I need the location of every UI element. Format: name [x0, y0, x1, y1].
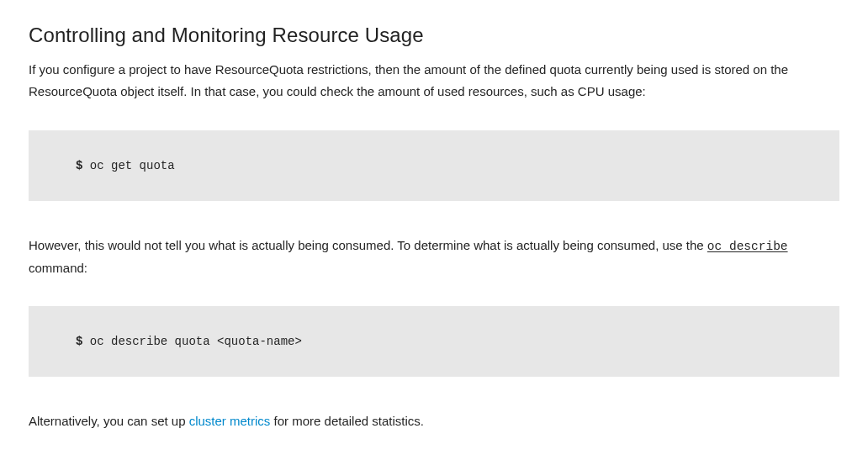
- text-post: command:: [29, 261, 87, 275]
- shell-command: oc describe quota <quota-name>: [82, 335, 301, 348]
- section-heading: Controlling and Monitoring Resource Usag…: [29, 24, 839, 47]
- text-post: for more detailed statistics.: [270, 414, 424, 428]
- link-cluster-metrics[interactable]: cluster metrics: [189, 414, 271, 428]
- doc-section: Controlling and Monitoring Resource Usag…: [0, 0, 868, 457]
- paragraph-3: Alternatively, you can set up cluster me…: [29, 410, 839, 432]
- text-pre: Alternatively, you can set up: [29, 414, 189, 428]
- intro-paragraph: If you configure a project to have Resou…: [29, 59, 839, 103]
- paragraph-2: However, this would not tell you what is…: [29, 235, 839, 280]
- inline-code-oc-describe: oc describe: [707, 240, 788, 253]
- code-block-get-quota: $ oc get quota: [29, 130, 839, 201]
- text-pre: However, this would not tell you what is…: [29, 238, 707, 252]
- code-block-describe-quota: $ oc describe quota <quota-name>: [29, 306, 839, 377]
- code-content: $ oc get quota: [76, 159, 792, 172]
- code-content: $ oc describe quota <quota-name>: [76, 335, 792, 348]
- shell-command: oc get quota: [82, 159, 174, 172]
